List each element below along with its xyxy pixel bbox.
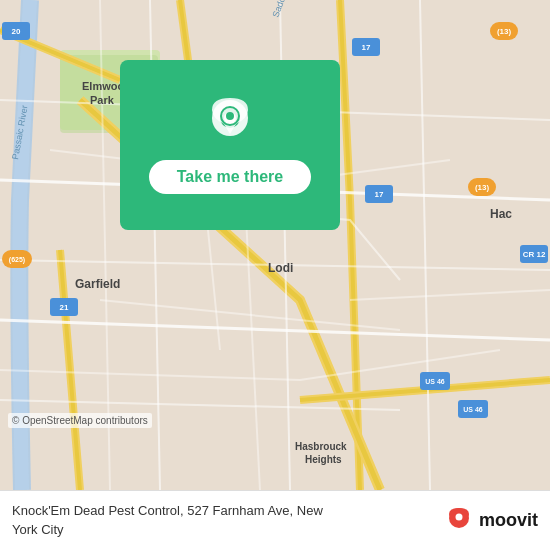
svg-text:17: 17 [375, 190, 384, 199]
svg-text:(13): (13) [497, 27, 512, 36]
location-panel: Take me there [120, 60, 340, 230]
bottom-bar: Knock'Em Dead Pest Control, 527 Farnham … [0, 490, 550, 550]
svg-text:US 46: US 46 [425, 378, 445, 385]
svg-point-36 [226, 112, 234, 120]
svg-text:Hac: Hac [490, 207, 512, 221]
svg-text:(625): (625) [9, 256, 25, 264]
map-container: 20 17 17 (13) (13) CR 12 21 (625) US 46 … [0, 0, 550, 490]
svg-text:Heights: Heights [305, 454, 342, 465]
svg-text:Park: Park [90, 94, 115, 106]
svg-text:Garfield: Garfield [75, 277, 120, 291]
take-me-there-button[interactable]: Take me there [149, 160, 311, 194]
svg-point-39 [455, 513, 462, 520]
svg-text:CR 12: CR 12 [523, 250, 546, 259]
svg-text:Lodi: Lodi [268, 261, 293, 275]
svg-text:21: 21 [60, 303, 69, 312]
moovit-pin-icon [443, 505, 475, 537]
svg-text:US 46: US 46 [463, 406, 483, 413]
address-text: Knock'Em Dead Pest Control, 527 Farnham … [12, 502, 431, 538]
moovit-brand-text: moovit [479, 510, 538, 531]
svg-text:Hasbrouck: Hasbrouck [295, 441, 347, 452]
copyright-notice: © OpenStreetMap contributors [8, 413, 152, 428]
svg-text:20: 20 [12, 27, 21, 36]
svg-text:(13): (13) [475, 183, 490, 192]
pin-icon [204, 96, 256, 148]
moovit-logo: moovit [443, 505, 538, 537]
svg-text:17: 17 [362, 43, 371, 52]
